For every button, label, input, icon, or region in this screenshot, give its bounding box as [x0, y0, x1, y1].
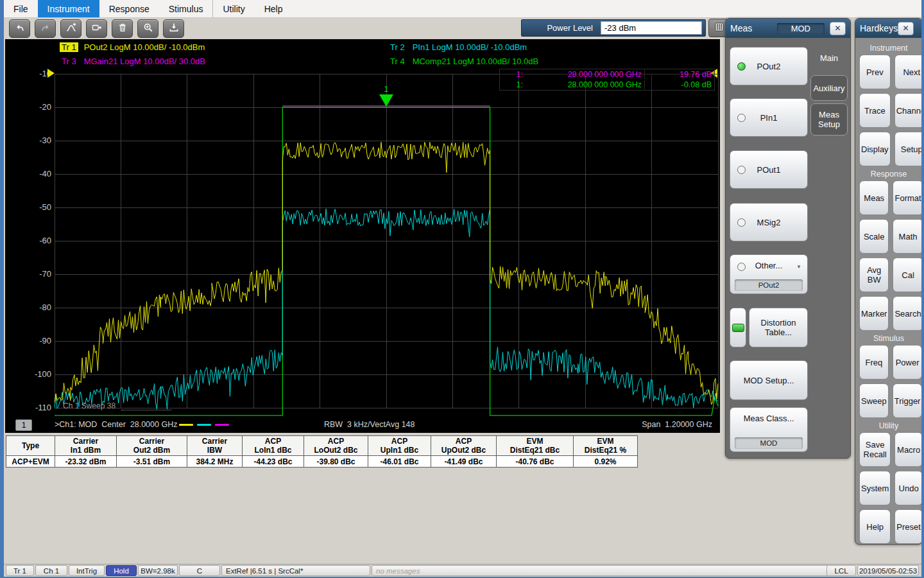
distortion-table-toggle[interactable]: [730, 308, 746, 347]
menu-item-utility[interactable]: Utility: [212, 0, 254, 17]
hardkey-power[interactable]: Power: [893, 345, 921, 380]
status-inttrig[interactable]: IntTrig: [69, 565, 105, 576]
mod-setup-button[interactable]: MOD Setup...: [730, 360, 808, 400]
distortion-table-button[interactable]: Distortion Table...: [749, 308, 808, 347]
tab-main[interactable]: Main: [810, 48, 848, 67]
plot-area[interactable]: 1: [55, 67, 719, 422]
table-cell: -3.51 dBm: [117, 456, 187, 468]
y-axis-tick: -30: [24, 136, 51, 146]
y-axis-tick: -80: [24, 302, 51, 313]
redo-button[interactable]: [35, 19, 56, 38]
hardkey-sweep[interactable]: Sweep: [859, 383, 889, 418]
column-header: CarrierOut2 dBm: [117, 436, 187, 456]
trace-id-chip: Tr 2: [388, 42, 407, 52]
hardkeys-panel-titlebar[interactable]: Hardkeys ✕: [855, 19, 921, 38]
hardkey-preset[interactable]: Preset: [894, 509, 921, 544]
chart-footer: 1 >Ch1: MOD Center 28.0000 GHz RBW 3 kHz…: [5, 419, 720, 432]
status-bw-2-98k[interactable]: BW=2.98k: [138, 565, 178, 576]
add-channel-button[interactable]: [86, 19, 107, 38]
trace-label-tr2[interactable]: Tr 2PIn1 LogM 10.00dB/ -10.0dBm: [388, 42, 527, 52]
close-icon[interactable]: ✕: [830, 22, 846, 35]
other-button[interactable]: Other...▼POut2: [730, 254, 808, 294]
hardkey-trace[interactable]: Trace: [859, 93, 891, 128]
save-button[interactable]: [163, 19, 184, 38]
status-2019-05-05-02-53[interactable]: 2019/05/05-02:53: [857, 565, 919, 576]
hardkey-setup[interactable]: Setup: [894, 132, 921, 166]
channel-badge: 1: [15, 419, 32, 431]
status-lcl[interactable]: LCL: [826, 565, 856, 576]
hardkey-next[interactable]: Next: [894, 55, 921, 89]
hardkey-meas[interactable]: Meas: [859, 180, 889, 215]
hardkey-undo[interactable]: Undo: [894, 471, 921, 505]
pout1-button[interactable]: POut1: [730, 150, 808, 189]
msig2-button[interactable]: MSig2: [730, 203, 808, 241]
power-level-label: Power Level: [547, 23, 593, 33]
hardkey-cal[interactable]: Cal: [893, 258, 921, 292]
y-axis-tick: -40: [24, 169, 51, 179]
meas-mode-box: MOD: [777, 23, 825, 34]
y-axis-tick: -70: [24, 269, 51, 279]
button-sub-value: MOD: [735, 437, 803, 449]
status-bar: Tr 1Ch 1IntTrigHoldBW=2.98kCExtRef |6.51…: [4, 564, 921, 577]
hardkey-macro[interactable]: Macro: [894, 432, 921, 467]
hardkey-scale[interactable]: Scale: [859, 219, 889, 254]
pin1-button[interactable]: PIn1: [730, 98, 808, 137]
power-level-input[interactable]: [601, 21, 702, 35]
menu-item-help[interactable]: Help: [255, 0, 293, 17]
marker-readout-row: 1:28.000 000 000 GHz-0.08 dB: [500, 80, 714, 90]
hardkey-help[interactable]: Help: [859, 509, 891, 544]
channel-annotation: >Ch1: MOD Center 28.0000 GHz: [55, 420, 231, 429]
hardkey-freq[interactable]: Freq: [859, 345, 889, 380]
button-label: Other...: [755, 261, 783, 270]
sweep-status: Ch 1 Sweep 38: [63, 401, 171, 410]
radio-icon: [737, 218, 746, 227]
menu-item-file[interactable]: File: [4, 0, 38, 17]
hardkey-display[interactable]: Display: [859, 132, 891, 166]
button-label: POut2: [757, 62, 781, 71]
trace-settings-text: POut2 LogM 10.00dB/ -10.0dBm: [84, 42, 205, 52]
hardkey-save-recall[interactable]: Save Recall: [859, 432, 891, 467]
trace-id-chip: Tr 1: [60, 42, 78, 52]
hardkey-system[interactable]: System: [859, 471, 891, 505]
hardkey-math[interactable]: Math: [893, 219, 921, 254]
trace-label-tr4[interactable]: Tr 4MComp21 LogM 10.00dB/ 10.0dB: [388, 57, 538, 66]
pout2-button[interactable]: POut2: [730, 47, 808, 85]
add-trace-button[interactable]: [60, 19, 81, 38]
menu-item-instrument[interactable]: Instrument: [38, 0, 99, 17]
status-tr-1[interactable]: Tr 1: [6, 565, 34, 576]
button-sub-value: POut2: [735, 279, 803, 291]
status-hold[interactable]: Hold: [106, 565, 137, 576]
hardkey-format[interactable]: Format: [893, 180, 921, 215]
table-cell: -39.80 dBc: [304, 456, 368, 468]
hardkey-trigger[interactable]: Trigger: [893, 383, 921, 418]
menu-item-response[interactable]: Response: [99, 0, 159, 17]
table-cell: -41.49 dBc: [431, 456, 497, 468]
hardkey-search[interactable]: Search: [893, 296, 921, 331]
hardkey-prev[interactable]: Prev: [859, 55, 891, 89]
trace-settings-text: PIn1 LogM 10.00dB/ -10.0dBm: [413, 42, 527, 52]
trace-label-tr1[interactable]: Tr 1POut2 LogM 10.00dB/ -10.0dBm: [60, 42, 205, 52]
marker-value: 19.76 dB: [645, 70, 714, 79]
table-cell: -40.76 dBc: [497, 456, 574, 468]
marker-frequency: 28.000 000 000 GHz: [523, 70, 645, 79]
status-extref-6-51-s-srccal[interactable]: ExtRef |6.51 s | SrcCal*: [221, 565, 370, 576]
delete-button[interactable]: [112, 19, 133, 38]
menu-item-stimulus[interactable]: Stimulus: [159, 0, 213, 17]
status-ch-1[interactable]: Ch 1: [35, 565, 67, 576]
trace-label-row-1: Tr 1POut2 LogM 10.00dB/ -10.0dBmTr 2PIn1…: [5, 42, 720, 53]
hardkey-avg-bw[interactable]: Avg BW: [859, 258, 889, 292]
status-c[interactable]: C: [179, 565, 220, 576]
undo-button[interactable]: [9, 19, 30, 38]
hardkey-marker[interactable]: Marker: [859, 296, 889, 331]
status-no-messages[interactable]: no messages: [372, 565, 832, 576]
marker-1-indicator[interactable]: 1: [384, 84, 388, 94]
zoom-button[interactable]: [137, 19, 158, 38]
tab-meas-setup[interactable]: Meas Setup: [810, 103, 848, 136]
trace-label-tr3[interactable]: Tr 3MGain21 LogM 10.00dB/ 30.0dB: [60, 57, 205, 66]
hardkey-channel[interactable]: Channel: [894, 93, 921, 128]
y-axis-tick: -60: [24, 236, 51, 246]
meas-panel-titlebar[interactable]: Meas MOD ✕: [726, 19, 850, 38]
tab-auxiliary[interactable]: Auxiliary: [810, 75, 848, 101]
meas-class-button[interactable]: Meas Class...MOD: [730, 407, 808, 452]
close-icon[interactable]: ✕: [898, 22, 914, 35]
